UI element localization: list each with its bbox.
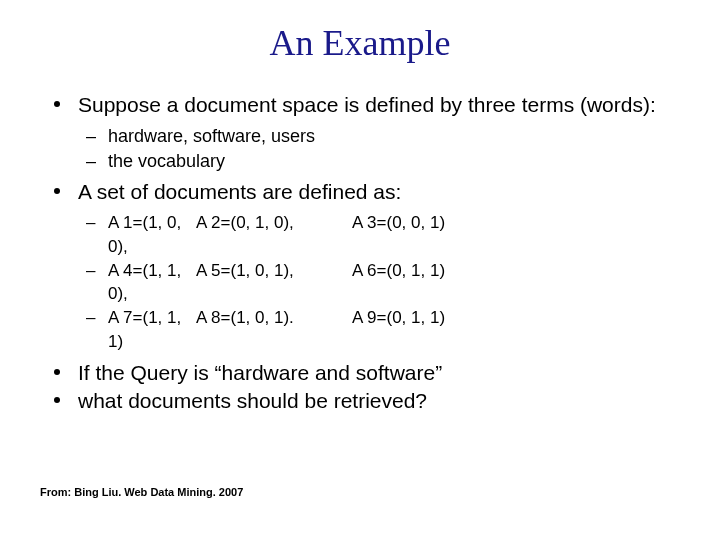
- dash-icon: –: [86, 149, 96, 173]
- bullet-icon: [54, 101, 60, 107]
- bullet-icon: [54, 397, 60, 403]
- slide-title: An Example: [40, 22, 680, 64]
- doc-cell-r2c2: A 5=(1, 0, 1),: [196, 259, 346, 307]
- doc-cell-r3c3: A 9=(0, 1, 1): [352, 306, 502, 354]
- doc-cell-r1c1: – A 1=(1, 0, 0),: [40, 211, 190, 259]
- bullet-icon: [54, 369, 60, 375]
- bullet-4: what documents should be retrieved?: [40, 388, 680, 414]
- bullet-2: A set of documents are defined as:: [40, 179, 680, 205]
- bullet-3-text: If the Query is “hardware and software”: [78, 361, 442, 384]
- doc-cell-r2c1: – A 4=(1, 1, 0),: [40, 259, 190, 307]
- dash-icon: –: [86, 306, 95, 330]
- doc-cell-r3c2: A 8=(1, 0, 1).: [196, 306, 346, 354]
- doc-cell-r2c3: A 6=(0, 1, 1): [352, 259, 502, 307]
- bullet-1-sublist: – hardware, software, users – the vocabu…: [40, 124, 680, 173]
- attribution-text: From: Bing Liu. Web Data Mining. 2007: [40, 486, 243, 498]
- sub-1-2-text: the vocabulary: [108, 151, 225, 171]
- document-grid: – A 1=(1, 0, 0), A 2=(0, 1, 0), A 3=(0, …: [40, 211, 680, 354]
- bullet-2-text: A set of documents are defined as:: [78, 180, 401, 203]
- dash-icon: –: [86, 124, 96, 148]
- bullet-4-text: what documents should be retrieved?: [78, 389, 427, 412]
- dash-icon: –: [86, 211, 95, 235]
- sub-1-2: – the vocabulary: [40, 149, 680, 173]
- bullet-3: If the Query is “hardware and software”: [40, 360, 680, 386]
- doc-cell-r1c3: A 3=(0, 0, 1): [352, 211, 502, 259]
- bullet-icon: [54, 188, 60, 194]
- doc-cell-r3c1: – A 7=(1, 1, 1): [40, 306, 190, 354]
- dash-icon: –: [86, 259, 95, 283]
- sub-1-1-text: hardware, software, users: [108, 126, 315, 146]
- content-list: Suppose a document space is defined by t…: [40, 92, 680, 414]
- bullet-1: Suppose a document space is defined by t…: [40, 92, 680, 118]
- doc-cell-r1c2: A 2=(0, 1, 0),: [196, 211, 346, 259]
- sub-1-1: – hardware, software, users: [40, 124, 680, 148]
- bullet-1-text: Suppose a document space is defined by t…: [78, 93, 656, 116]
